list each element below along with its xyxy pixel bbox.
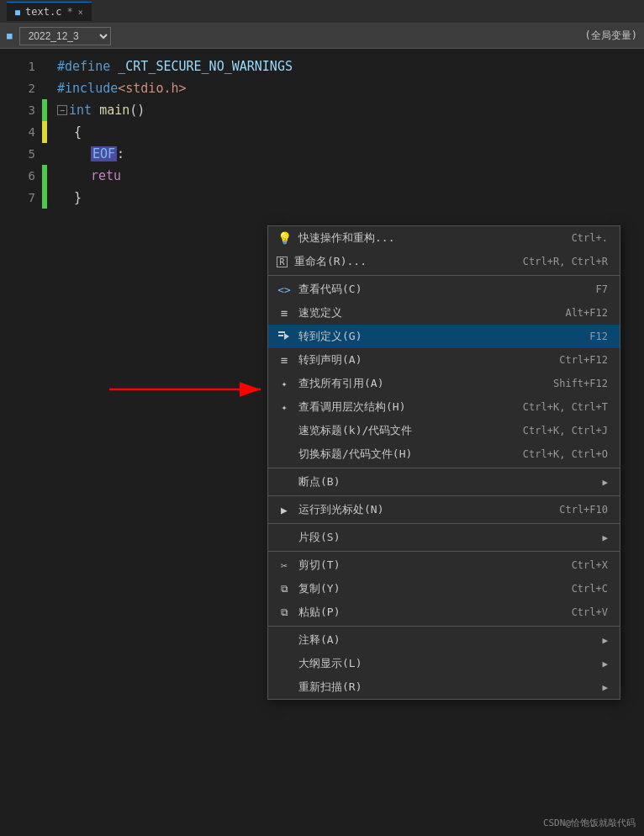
line-num-6: 6 [29,165,35,187]
file-dropdown[interactable]: 2022_12_3 [19,27,111,45]
menu-label-rescan: 重新扫描(R) [298,680,590,695]
line-num-2: 2 [29,77,35,99]
menu-label-breakpoint: 断点(B) [298,474,590,489]
file-icon: ■ [15,8,20,17]
menu-item-goto-declaration[interactable]: ≡ 转到声明(A) Ctrl+F12 [268,348,620,372]
menu-label-comment: 注释(A) [298,632,590,648]
menu-label-rename: 重命名(R)... [294,254,516,269]
search-scope-label: (全局变量) [585,29,637,43]
rescan-icon [277,680,292,695]
menu-label-goto-def: 转到定义(G) [298,329,583,344]
menu-item-peek-definition[interactable]: ≡ 速览定义 Alt+F12 [268,301,620,325]
cut-icon: ✂ [277,558,292,573]
menu-shortcut-quick-action: Ctrl+. [572,232,608,244]
menu-label-browse-header: 速览标题(k)/代码文件 [298,423,516,438]
menu-shortcut-rename: Ctrl+R, Ctrl+R [523,256,608,267]
menu-item-find-refs[interactable]: ✦ 查找所有引用(A) Shift+F12 [268,372,620,395]
menu-item-cut[interactable]: ✂ 剪切(T) Ctrl+X [268,553,620,577]
goto-def-icon [277,329,292,344]
svg-rect-1 [278,335,283,336]
menu-item-breakpoint[interactable]: 断点(B) ▶ [268,470,620,494]
menu-item-call-hierarchy[interactable]: ✦ 查看调用层次结构(H) Ctrl+K, Ctrl+T [268,395,620,419]
menu-item-toggle-header[interactable]: 切换标题/代码文件(H) Ctrl+K, Ctrl+O [268,442,620,466]
line-num-4: 4 [29,121,35,143]
menu-item-peek-code[interactable]: <> 查看代码(C) F7 [268,278,620,301]
menu-label-snippets: 片段(S) [298,530,590,545]
menu-label-outline: 大纲显示(L) [298,656,590,671]
menu-shortcut-peek-def: Alt+F12 [565,307,608,319]
tab-close-button[interactable]: × [78,8,83,17]
title-bar: ■ text.c * × [0,0,644,24]
return-keyword: retu [91,168,121,183]
menu-item-browse-header[interactable]: 速览标题(k)/代码文件 Ctrl+K, Ctrl+J [268,419,620,442]
outline-icon [277,656,292,671]
menu-label-run-cursor: 运行到光标处(N) [298,502,552,517]
snippets-icon [277,530,292,545]
separator-4 [268,523,620,524]
menu-item-comment[interactable]: 注释(A) ▶ [268,628,620,652]
peek-def-icon: ≡ [277,305,292,320]
file-tab[interactable]: ■ text.c * × [7,2,92,21]
bulb-icon: 💡 [277,230,292,246]
menu-shortcut-find-refs: Shift+F12 [553,378,608,389]
code-line-5: EOF : [57,143,644,165]
menu-label-peek-def: 速览定义 [298,305,558,320]
snippets-arrow: ▶ [602,532,608,543]
menu-label-quick-action: 快速操作和重构... [298,230,565,246]
define-keyword: #define [57,59,110,74]
separator-3 [268,495,620,496]
menu-shortcut-run-cursor: Ctrl+F10 [559,504,608,516]
menu-shortcut-cut: Ctrl+X [572,559,608,571]
menu-label-find-refs: 查找所有引用(A) [298,376,546,391]
code-area: 1 2 3 4 5 6 7 #define _CRT_SECURE_NO_WAR… [0,49,644,836]
separator-5 [268,551,620,552]
menu-item-snippets[interactable]: 片段(S) ▶ [268,526,620,549]
menu-shortcut-paste: Ctrl+V [572,606,608,618]
menu-shortcut-copy: Ctrl+C [572,583,608,595]
browse-header-icon [277,423,292,438]
menu-item-copy[interactable]: ⧉ 复制(Y) Ctrl+C [268,577,620,601]
macro-name: _CRT_SECURE_NO_WARNINGS [118,59,293,74]
toggle-header-icon [277,447,292,462]
svg-rect-0 [278,331,285,333]
code-line-3: − int main () [57,99,644,121]
parens: () [129,103,145,118]
comment-arrow: ▶ [602,635,608,646]
menu-item-quick-action[interactable]: 💡 快速操作和重构... Ctrl+. [268,226,620,250]
watermark: CSDN@恰饱饭就敲代码 [543,817,636,829]
colon: : [117,146,124,161]
menu-label-copy: 复制(Y) [298,581,565,596]
context-menu: 💡 快速操作和重构... Ctrl+. R 重命名(R)... Ctrl+R, … [267,225,620,700]
code-line-7: } [57,187,644,209]
include-path: <stdio.h> [118,81,186,96]
run-cursor-icon: ▶ [277,502,292,517]
menu-shortcut-goto-def: F12 [589,331,608,342]
menu-item-rescan[interactable]: 重新扫描(R) ▶ [268,675,620,699]
menu-label-cut: 剪切(T) [298,558,565,573]
paste-icon: ⧉ [277,605,292,620]
code-line-2: #include <stdio.h> [57,77,644,99]
goto-decl-icon: ≡ [277,352,292,368]
menu-shortcut-call-hierarchy: Ctrl+K, Ctrl+T [523,401,608,413]
tab-label: text.c [25,6,61,18]
menu-item-goto-definition[interactable]: 转到定义(G) F12 [268,325,620,348]
menu-shortcut-goto-decl: Ctrl+F12 [559,354,608,366]
separator-2 [268,468,620,468]
line-numbers: 1 2 3 4 5 6 7 [0,49,42,836]
menu-item-paste[interactable]: ⧉ 粘贴(P) Ctrl+V [268,601,620,624]
menu-shortcut-browse-header: Ctrl+K, Ctrl+J [523,425,608,437]
int-keyword: int [69,103,92,118]
breakpoint-icon [277,474,292,489]
collapse-button[interactable]: − [57,105,67,115]
toolbar-file-icon: ■ [7,30,13,41]
menu-label-toggle-header: 切换标题/代码文件(H) [298,447,516,462]
menu-item-outline[interactable]: 大纲显示(L) ▶ [268,652,620,675]
include-keyword: #include [57,81,118,96]
open-brace: { [57,124,82,140]
eof-label: EOF [91,146,117,161]
menu-item-rename[interactable]: R 重命名(R)... Ctrl+R, Ctrl+R [268,250,620,276]
menu-label-goto-decl: 转到声明(A) [298,352,552,368]
line-num-3: 3 [29,99,35,121]
menu-item-run-cursor[interactable]: ▶ 运行到光标处(N) Ctrl+F10 [268,498,620,521]
svg-marker-2 [284,333,289,340]
